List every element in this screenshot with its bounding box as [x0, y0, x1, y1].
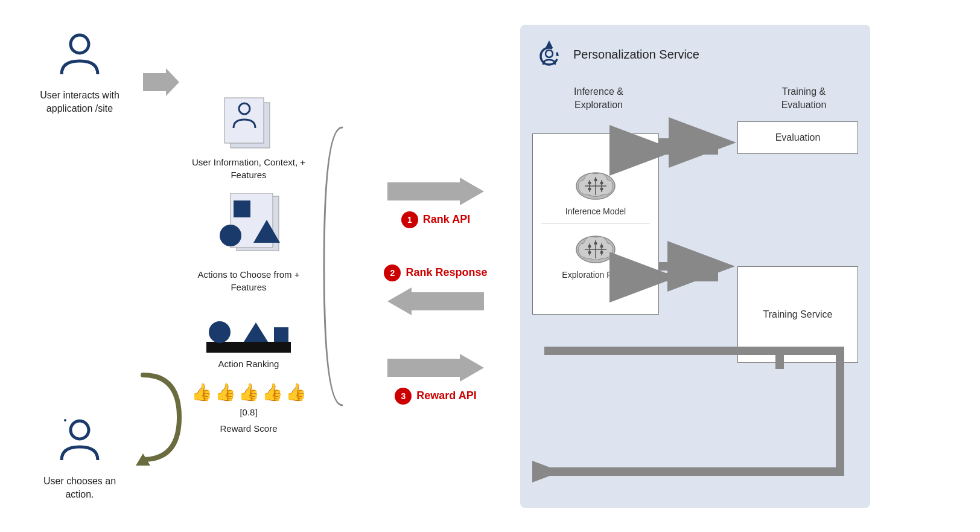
feature3-label: Action Ranking — [218, 357, 279, 370]
personalization-title: Personalization Service — [573, 48, 699, 62]
user-block-bottom: User chooses an action. — [31, 417, 128, 502]
training-box: Training Service — [737, 266, 858, 363]
rank-api-group: 1 Rank API — [387, 176, 484, 228]
svg-point-0 — [71, 35, 89, 53]
rank-response-label-row: 2 Rank Response — [384, 264, 487, 281]
svg-point-41 — [600, 251, 603, 254]
diagram-container: User interacts with application /site Us… — [19, 13, 961, 520]
svg-marker-15 — [244, 322, 268, 342]
svg-point-39 — [594, 242, 597, 245]
arrow-right-top — [143, 67, 179, 97]
reward-api-num: 3 — [395, 388, 412, 405]
rank-response-group: 2 Rank Response — [384, 264, 487, 316]
feature1-label: User Information, Context, + Features — [188, 156, 309, 181]
bracket-area — [315, 19, 351, 514]
svg-marker-3 — [143, 68, 179, 96]
user-icon-bottom — [56, 417, 104, 467]
reward-api-label-row: 3 Reward API — [395, 388, 476, 405]
action-shapes-icon — [206, 193, 291, 260]
thumb4: 👍 — [262, 382, 283, 402]
arrows-section: 1 Rank API 2 Rank Response 3 Reward API — [351, 19, 520, 514]
feature-block-3: Action Ranking — [206, 306, 291, 370]
feature-block-1: User Information, Context, + Features — [188, 92, 309, 181]
svg-marker-18 — [387, 287, 484, 315]
svg-point-2 — [64, 419, 66, 421]
thumb5-gray: 👍 — [285, 382, 307, 402]
user2-label: User chooses an action. — [31, 475, 128, 502]
svg-point-30 — [600, 182, 603, 185]
feature2-label: Actions to Choose from + Features — [188, 268, 309, 293]
user-info-icon — [212, 92, 285, 152]
reward-api-text: Reward API — [416, 389, 476, 402]
bracket-svg — [318, 115, 348, 417]
divider — [541, 223, 650, 224]
feature4-score: [0.8] — [240, 406, 257, 418]
svg-point-38 — [588, 245, 591, 248]
arrow-rank-api — [387, 176, 484, 207]
svg-point-22 — [546, 50, 553, 57]
svg-rect-16 — [274, 327, 288, 342]
svg-marker-19 — [387, 354, 484, 382]
feature4-label: Reward Score — [220, 422, 277, 435]
left-section: User interacts with application /site Us… — [19, 19, 140, 514]
arrow-reward-api — [387, 353, 484, 383]
eval-box: Evaluation — [737, 121, 858, 154]
col-header-inference: Inference & Exploration — [550, 85, 647, 112]
inference-model-area: Inference Model — [565, 168, 626, 216]
svg-rect-10 — [234, 200, 250, 217]
ranking-icon — [206, 306, 291, 354]
svg-point-28 — [588, 182, 591, 185]
rank-api-num: 1 — [401, 211, 418, 228]
user-icon-top — [56, 31, 104, 82]
features-section: User Information, Context, + Features Ac… — [182, 19, 315, 514]
svg-point-40 — [600, 245, 603, 248]
ps-inner-container: Inference & Exploration Training & Evalu… — [532, 85, 858, 496]
personalization-header: Personalization Service — [532, 37, 858, 73]
thumb2: 👍 — [215, 382, 236, 402]
feature-block-2: Actions to Choose from + Features — [188, 268, 309, 293]
personalization-service: Personalization Service Inference & Expl… — [520, 25, 870, 508]
user-block-top: User interacts with application /site — [31, 31, 128, 116]
svg-rect-13 — [206, 342, 291, 353]
thumb3: 👍 — [238, 382, 259, 402]
svg-point-29 — [594, 179, 597, 182]
svg-point-42 — [588, 251, 591, 254]
feature-block-4: 👍 👍 👍 👍 👍 [0.8] Reward Score — [191, 382, 307, 435]
rank-response-num: 2 — [384, 264, 401, 281]
svg-marker-21 — [546, 40, 553, 48]
svg-point-32 — [588, 188, 591, 191]
arrow-rank-response — [387, 286, 484, 316]
inference-model-label: Inference Model — [565, 207, 626, 216]
svg-point-11 — [220, 225, 241, 246]
rank-api-label-row: 1 Rank API — [401, 211, 470, 228]
inference-box: Inference Model — [532, 133, 659, 315]
left-arrows — [140, 19, 182, 514]
rank-response-text: Rank Response — [406, 266, 487, 279]
svg-point-31 — [600, 188, 603, 191]
exploration-policy-area: Exploration Policy — [562, 231, 629, 280]
inference-col-label: Inference & Exploration — [574, 86, 623, 110]
thumbs-row: 👍 👍 👍 👍 👍 — [191, 382, 307, 402]
ps-refresh-icon — [532, 37, 566, 73]
user1-label: User interacts with application /site — [31, 89, 128, 116]
svg-point-14 — [209, 321, 231, 343]
svg-marker-17 — [387, 178, 484, 205]
exploration-policy-label: Exploration Policy — [562, 270, 629, 280]
training-label: Training Service — [763, 309, 832, 320]
eval-label: Evaluation — [775, 132, 821, 143]
thumb1: 👍 — [191, 382, 212, 402]
training-col-label: Training & Evaluation — [781, 86, 827, 110]
svg-point-1 — [71, 421, 89, 439]
col-header-training: Training & Evaluation — [756, 85, 852, 112]
rank-api-text: Rank API — [423, 213, 470, 226]
reward-api-group: 3 Reward API — [387, 353, 484, 405]
